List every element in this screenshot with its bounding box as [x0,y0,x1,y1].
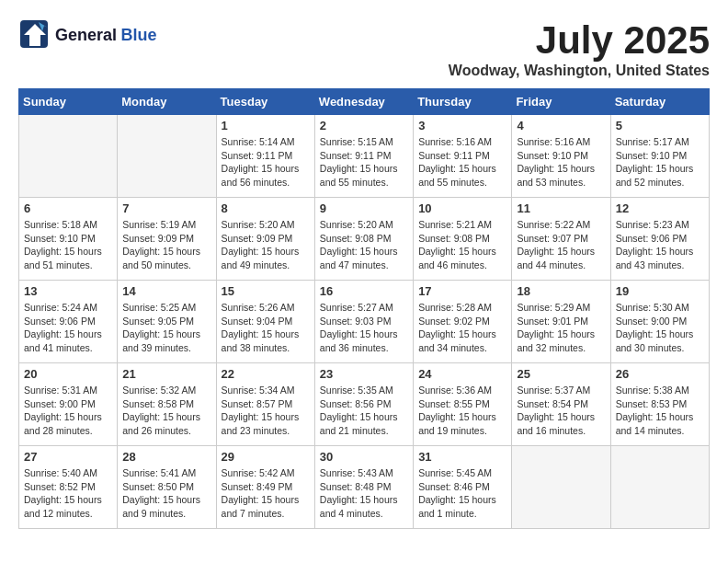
day-number: 31 [418,450,506,464]
calendar-day-cell [118,115,216,198]
calendar-day-cell: 19Sunrise: 5:30 AM Sunset: 9:00 PM Dayli… [610,281,709,363]
day-number: 30 [320,450,408,464]
calendar-day-cell: 15Sunrise: 5:26 AM Sunset: 9:04 PM Dayli… [216,281,314,363]
day-info: Sunrise: 5:41 AM Sunset: 8:50 PM Dayligh… [122,466,210,521]
calendar-day-cell: 30Sunrise: 5:43 AM Sunset: 8:48 PM Dayli… [314,446,413,529]
day-number: 2 [320,119,408,132]
calendar-header-row: SundayMondayTuesdayWednesdayThursdayFrid… [19,89,710,115]
day-number: 4 [517,119,605,132]
calendar-day-cell: 27Sunrise: 5:40 AM Sunset: 8:52 PM Dayli… [19,446,118,529]
calendar-day-cell: 7Sunrise: 5:19 AM Sunset: 9:09 PM Daylig… [118,198,216,281]
day-info: Sunrise: 5:16 AM Sunset: 9:10 PM Dayligh… [517,135,605,190]
calendar-day-cell: 20Sunrise: 5:31 AM Sunset: 9:00 PM Dayli… [19,363,118,446]
day-number: 1 [222,119,310,132]
calendar-day-cell: 3Sunrise: 5:16 AM Sunset: 9:11 PM Daylig… [414,115,512,198]
day-number: 19 [616,284,704,298]
day-info: Sunrise: 5:24 AM Sunset: 9:06 PM Dayligh… [24,301,112,355]
calendar-table: SundayMondayTuesdayWednesdayThursdayFrid… [18,88,710,529]
calendar-day-cell: 23Sunrise: 5:35 AM Sunset: 8:56 PM Dayli… [314,363,413,446]
day-number: 8 [222,201,310,215]
calendar-day-cell: 29Sunrise: 5:42 AM Sunset: 8:49 PM Dayli… [216,446,314,529]
day-number: 21 [122,367,210,381]
calendar-day-cell: 6Sunrise: 5:18 AM Sunset: 9:10 PM Daylig… [19,198,118,281]
calendar-day-cell: 5Sunrise: 5:17 AM Sunset: 9:10 PM Daylig… [610,115,709,198]
logo-icon [18,18,51,52]
calendar-day-cell: 11Sunrise: 5:22 AM Sunset: 9:07 PM Dayli… [512,198,610,281]
day-number: 26 [616,367,704,381]
day-info: Sunrise: 5:20 AM Sunset: 9:08 PM Dayligh… [320,218,408,272]
calendar-day-cell: 28Sunrise: 5:41 AM Sunset: 8:50 PM Dayli… [118,446,216,529]
calendar-day-cell: 4Sunrise: 5:16 AM Sunset: 9:10 PM Daylig… [512,115,610,198]
day-number: 24 [418,367,506,381]
day-number: 14 [122,284,210,298]
day-number: 12 [616,201,704,215]
day-info: Sunrise: 5:20 AM Sunset: 9:09 PM Dayligh… [222,218,310,272]
calendar-day-cell [610,446,709,529]
day-of-week-header: Friday [512,89,610,115]
day-number: 11 [517,201,605,215]
calendar-week-row: 1Sunrise: 5:14 AM Sunset: 9:11 PM Daylig… [19,115,710,198]
calendar-day-cell [19,115,118,198]
day-info: Sunrise: 5:34 AM Sunset: 8:57 PM Dayligh… [222,384,310,438]
day-info: Sunrise: 5:30 AM Sunset: 9:00 PM Dayligh… [616,301,704,355]
calendar-week-row: 13Sunrise: 5:24 AM Sunset: 9:06 PM Dayli… [19,281,710,363]
day-info: Sunrise: 5:38 AM Sunset: 8:53 PM Dayligh… [616,384,704,438]
day-number: 17 [418,284,506,298]
day-info: Sunrise: 5:16 AM Sunset: 9:11 PM Dayligh… [418,135,506,190]
day-number: 20 [24,367,112,381]
day-number: 16 [320,284,408,298]
day-of-week-header: Sunday [19,89,118,115]
day-info: Sunrise: 5:42 AM Sunset: 8:49 PM Dayligh… [222,466,310,521]
calendar-week-row: 20Sunrise: 5:31 AM Sunset: 9:00 PM Dayli… [19,363,710,446]
day-number: 9 [320,201,408,215]
page-header: General Blue July 2025 Woodway, Washingt… [18,18,710,79]
day-number: 6 [24,201,112,215]
day-info: Sunrise: 5:36 AM Sunset: 8:55 PM Dayligh… [418,384,506,438]
calendar-day-cell: 10Sunrise: 5:21 AM Sunset: 9:08 PM Dayli… [414,198,512,281]
day-info: Sunrise: 5:35 AM Sunset: 8:56 PM Dayligh… [320,384,408,438]
day-number: 22 [222,367,310,381]
day-of-week-header: Wednesday [314,89,413,115]
day-info: Sunrise: 5:26 AM Sunset: 9:04 PM Dayligh… [222,301,310,355]
day-info: Sunrise: 5:22 AM Sunset: 9:07 PM Dayligh… [517,218,605,272]
day-info: Sunrise: 5:28 AM Sunset: 9:02 PM Dayligh… [418,301,506,355]
day-info: Sunrise: 5:43 AM Sunset: 8:48 PM Dayligh… [320,466,408,521]
day-number: 15 [222,284,310,298]
day-number: 3 [418,119,506,132]
calendar-day-cell: 9Sunrise: 5:20 AM Sunset: 9:08 PM Daylig… [314,198,413,281]
day-info: Sunrise: 5:21 AM Sunset: 9:08 PM Dayligh… [418,218,506,272]
calendar-day-cell: 26Sunrise: 5:38 AM Sunset: 8:53 PM Dayli… [610,363,709,446]
day-info: Sunrise: 5:32 AM Sunset: 8:58 PM Dayligh… [122,384,210,438]
calendar-day-cell: 24Sunrise: 5:36 AM Sunset: 8:55 PM Dayli… [414,363,512,446]
day-number: 27 [24,450,112,464]
day-info: Sunrise: 5:14 AM Sunset: 9:11 PM Dayligh… [222,135,310,190]
calendar-day-cell: 8Sunrise: 5:20 AM Sunset: 9:09 PM Daylig… [216,198,314,281]
day-info: Sunrise: 5:27 AM Sunset: 9:03 PM Dayligh… [320,301,408,355]
calendar-day-cell: 18Sunrise: 5:29 AM Sunset: 9:01 PM Dayli… [512,281,610,363]
location: Woodway, Washington, United States [449,63,710,79]
calendar-day-cell: 16Sunrise: 5:27 AM Sunset: 9:03 PM Dayli… [314,281,413,363]
day-info: Sunrise: 5:40 AM Sunset: 8:52 PM Dayligh… [24,466,112,521]
calendar-week-row: 27Sunrise: 5:40 AM Sunset: 8:52 PM Dayli… [19,446,710,529]
calendar-day-cell: 21Sunrise: 5:32 AM Sunset: 8:58 PM Dayli… [118,363,216,446]
calendar-day-cell: 2Sunrise: 5:15 AM Sunset: 9:11 PM Daylig… [314,115,413,198]
day-number: 29 [222,450,310,464]
calendar-day-cell: 25Sunrise: 5:37 AM Sunset: 8:54 PM Dayli… [512,363,610,446]
day-number: 25 [517,367,605,381]
title-area: July 2025 Woodway, Washington, United St… [449,18,710,79]
calendar-day-cell: 13Sunrise: 5:24 AM Sunset: 9:06 PM Dayli… [19,281,118,363]
day-info: Sunrise: 5:17 AM Sunset: 9:10 PM Dayligh… [616,135,704,190]
calendar-day-cell: 1Sunrise: 5:14 AM Sunset: 9:11 PM Daylig… [216,115,314,198]
day-info: Sunrise: 5:25 AM Sunset: 9:05 PM Dayligh… [122,301,210,355]
logo-general: General [55,26,117,44]
day-number: 23 [320,367,408,381]
day-of-week-header: Monday [118,89,216,115]
logo-blue: Blue [121,26,157,44]
day-info: Sunrise: 5:29 AM Sunset: 9:01 PM Dayligh… [517,301,605,355]
calendar-day-cell: 31Sunrise: 5:45 AM Sunset: 8:46 PM Dayli… [414,446,512,529]
day-info: Sunrise: 5:45 AM Sunset: 8:46 PM Dayligh… [418,466,506,521]
month-title: July 2025 [449,18,710,63]
day-number: 28 [122,450,210,464]
day-info: Sunrise: 5:37 AM Sunset: 8:54 PM Dayligh… [517,384,605,438]
day-of-week-header: Saturday [610,89,709,115]
